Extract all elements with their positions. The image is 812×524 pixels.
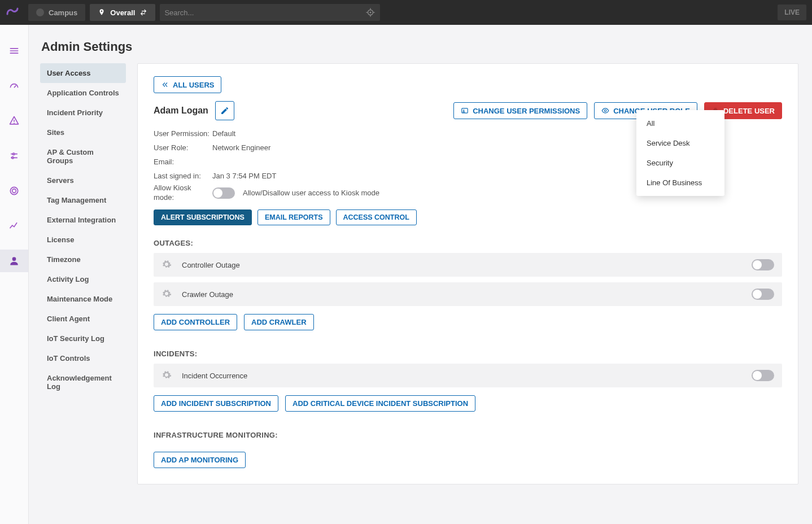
rail-analytics[interactable] [0, 145, 28, 167]
svg-point-6 [12, 189, 16, 193]
menu-icon [8, 45, 20, 56]
last-signed-label: Last signed in: [154, 172, 212, 180]
role-option-label: All [647, 119, 654, 128]
live-button[interactable]: LIVE [778, 5, 806, 20]
rail-menu[interactable] [0, 40, 28, 62]
btn-label: ADD AP MONITORING [161, 456, 238, 464]
swap-icon [139, 8, 147, 16]
sidebar-item-label: Timezone [47, 255, 81, 264]
rail-alerts[interactable] [0, 110, 28, 132]
gauge-icon [8, 80, 20, 91]
sidebar-item-timezone[interactable]: Timezone [40, 250, 126, 269]
tab-label: ACCESS CONTROL [343, 214, 409, 221]
search-input[interactable] [164, 8, 365, 17]
sidebar-item-application-controls[interactable]: Application Controls [40, 83, 126, 103]
svg-point-1 [370, 12, 372, 14]
logo-icon [6, 6, 19, 19]
search-input-wrap[interactable] [160, 4, 380, 21]
incident-row-label: Incident Occurrence [182, 372, 247, 380]
role-option-lob[interactable]: Line Of Business [636, 173, 724, 193]
sidebar-item-label: Servers [47, 176, 74, 185]
sidebar-item-label: Activity Log [47, 275, 89, 283]
tab-access-control[interactable]: ACCESS CONTROL [336, 209, 417, 226]
outage-row-label: Controller Outage [182, 261, 240, 269]
sidebar-item-user-access[interactable]: User Access [40, 63, 126, 83]
incident-toggle[interactable] [752, 370, 774, 381]
sidebar-item-label: External Integration [47, 216, 116, 224]
role-option-label: Line Of Business [647, 178, 702, 187]
gear-icon[interactable] [161, 289, 172, 300]
sidebar-item-label: Maintenance Mode [47, 295, 112, 303]
role-label: User Role: [154, 143, 212, 152]
tab-label: ALERT SUBSCRIPTIONS [161, 214, 245, 221]
sliders-icon [8, 150, 20, 161]
sidebar-item-iot-controls[interactable]: IoT Controls [40, 348, 126, 368]
add-ap-monitoring-button[interactable]: ADD AP MONITORING [154, 452, 246, 468]
email-label: Email: [154, 158, 212, 166]
outage-toggle[interactable] [752, 259, 774, 270]
globe-icon [36, 8, 44, 16]
sidebar-item-label: Sites [47, 128, 64, 137]
gear-icon[interactable] [161, 370, 172, 382]
user-name: Adam Logan [154, 106, 208, 116]
add-controller-button[interactable]: ADD CONTROLLER [154, 314, 237, 330]
target-icon[interactable] [365, 7, 376, 18]
sidebar-item-servers[interactable]: Servers [40, 171, 126, 190]
gear-icon[interactable] [161, 259, 172, 271]
kiosk-toggle[interactable] [212, 187, 235, 199]
change-permissions-button[interactable]: CHANGE USER PERMISSIONS [453, 102, 587, 119]
rail-monitor[interactable] [0, 180, 28, 202]
delete-user-label: DELETE USER [723, 107, 775, 115]
radar-icon [8, 185, 20, 197]
kiosk-hint: Allow/Disallow user access to Kiosk mode [243, 189, 379, 197]
all-users-button[interactable]: ALL USERS [154, 76, 221, 93]
sidebar-item-label: Acknowledgement Log [47, 374, 112, 391]
settings-sidebar: User Access Application Controls Inciden… [40, 63, 126, 396]
sidebar-item-license[interactable]: License [40, 230, 126, 250]
sidebar-item-ap-groups[interactable]: AP & Custom Groups [40, 142, 126, 171]
sidebar-item-client-agent[interactable]: Client Agent [40, 309, 126, 329]
overall-label: Overall [110, 8, 135, 17]
content: Admin Settings User Access Application C… [29, 25, 812, 524]
svg-point-7 [12, 257, 16, 261]
role-option-all[interactable]: All [636, 113, 724, 133]
chevron-double-left-icon [161, 81, 169, 89]
sidebar-item-tag-management[interactable]: Tag Management [40, 190, 126, 210]
sidebar-item-label: IoT Security Log [47, 334, 104, 343]
btn-label: ADD CONTROLLER [161, 318, 230, 326]
role-option-label: Security [647, 159, 673, 167]
sidebar-item-sites[interactable]: Sites [40, 123, 126, 142]
sidebar-item-label: Incident Priority [47, 108, 103, 117]
eye-icon [601, 107, 609, 115]
warning-icon [8, 115, 20, 126]
outage-row-controller: Controller Outage [154, 253, 782, 277]
sidebar-item-maintenance-mode[interactable]: Maintenance Mode [40, 289, 126, 309]
sidebar-item-incident-priority[interactable]: Incident Priority [40, 103, 126, 123]
role-option-security[interactable]: Security [636, 153, 724, 173]
tab-alert-subscriptions[interactable]: ALERT SUBSCRIPTIONS [154, 209, 252, 226]
sidebar-item-activity-log[interactable]: Activity Log [40, 269, 126, 289]
edit-user-button[interactable] [215, 101, 234, 120]
rail-trends[interactable] [0, 215, 28, 237]
sidebar-item-label: AP & Custom Groups [47, 148, 94, 165]
outage-toggle[interactable] [752, 289, 774, 300]
sidebar-item-external-integration[interactable]: External Integration [40, 210, 126, 230]
kiosk-label: Allow Kiosk mode: [154, 184, 204, 203]
sidebar-item-ack-log[interactable]: Acknowledgement Log [40, 368, 126, 396]
campus-chip[interactable]: Campus [28, 4, 85, 21]
role-option-service-desk[interactable]: Service Desk [636, 133, 724, 153]
sidebar-item-iot-security-log[interactable]: IoT Security Log [40, 329, 126, 348]
id-card-icon [461, 107, 469, 115]
rail-admin[interactable] [0, 250, 28, 272]
add-critical-subscription-button[interactable]: ADD CRITICAL DEVICE INCIDENT SUBSCRIPTIO… [285, 395, 475, 412]
overall-chip[interactable]: Overall [90, 4, 155, 21]
svg-point-5 [10, 187, 18, 194]
tab-email-reports[interactable]: EMAIL REPORTS [257, 209, 330, 226]
rail-dashboard[interactable] [0, 75, 28, 97]
change-permissions-label: CHANGE USER PERMISSIONS [473, 107, 580, 115]
sidebar-item-label: IoT Controls [47, 354, 90, 363]
add-crawler-button[interactable]: ADD CRAWLER [244, 314, 314, 330]
add-incident-subscription-button[interactable]: ADD INCIDENT SUBSCRIPTION [154, 395, 278, 412]
nav-rail [0, 25, 29, 524]
incidents-section-label: INCIDENTS: [154, 350, 782, 358]
